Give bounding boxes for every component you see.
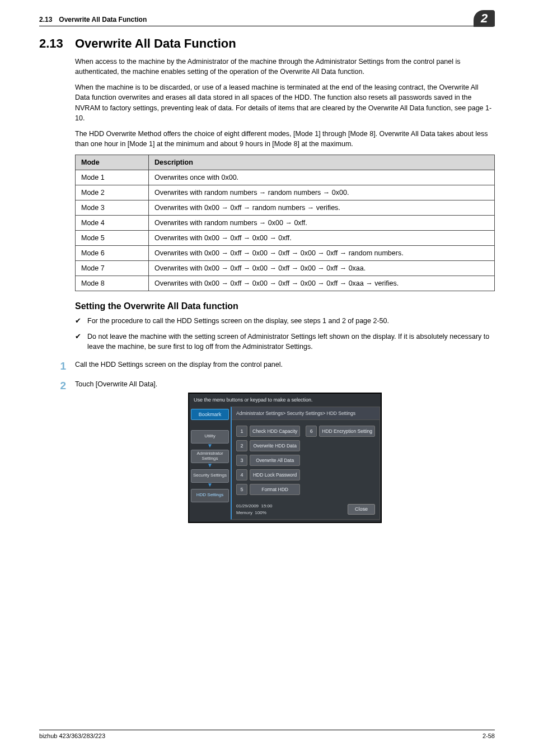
status-memory-value: 100%: [255, 510, 266, 515]
chapter-badge: 2: [474, 10, 495, 27]
cell-mode: Mode 1: [76, 170, 149, 185]
device-screenshot: Use the menu buttons or keypad to make a…: [188, 393, 382, 524]
menu-item-format-hdd[interactable]: 5Format HDD: [236, 484, 300, 495]
paragraph: The HDD Overwrite Method offers the choi…: [75, 129, 495, 149]
cell-desc: Overwrites with 0x00 → 0xff → 0x00 → 0xf…: [149, 276, 495, 291]
sidebar-item-utility[interactable]: Utility: [191, 430, 229, 444]
menu-item-number: 2: [236, 440, 247, 451]
sidebar-item-admin-settings[interactable]: Administrator Settings: [191, 450, 229, 463]
step-text: Touch [Overwrite All Data].: [75, 380, 157, 388]
step-item: 1 Call the HDD Settings screen on the di…: [75, 360, 495, 370]
cell-mode: Mode 5: [76, 231, 149, 246]
cell-desc: Overwrites with random numbers → random …: [149, 185, 495, 200]
close-button[interactable]: Close: [348, 504, 375, 515]
cell-desc: Overwrites once with 0x00.: [149, 170, 495, 185]
step-text: Call the HDD Settings screen on the disp…: [75, 361, 283, 368]
ui-instruction: Use the menu buttons or keypad to make a…: [189, 394, 381, 405]
ui-main-panel: Administrator Settings> Security Setting…: [231, 407, 380, 520]
cell-desc: Overwrites with 0x00 → 0xff → 0x00 → 0xf…: [149, 246, 495, 261]
cell-desc: Overwrites with 0x00 → 0xff → random num…: [149, 200, 495, 216]
page-footer: bizhub 423/363/283/223 2-58: [39, 730, 495, 739]
menu-item-number: 1: [236, 426, 247, 437]
chevron-down-icon: ▼: [207, 483, 213, 487]
running-header: 2.13 Overwrite All Data Function: [39, 16, 495, 26]
table-row: Mode 2Overwrites with random numbers → r…: [76, 185, 495, 200]
step-number: 2: [39, 378, 66, 394]
menu-item-number: 3: [236, 455, 247, 466]
menu-item-number: 5: [236, 484, 247, 495]
table-row: Mode 4Overwrites with random numbers → 0…: [76, 216, 495, 231]
cell-mode: Mode 7: [76, 261, 149, 276]
menu-item-label: Overwrite All Data: [250, 455, 300, 466]
table-row: Mode 5Overwrites with 0x00 → 0xff → 0x00…: [76, 231, 495, 246]
list-item: Do not leave the machine with the settin…: [75, 332, 495, 352]
table-head-desc: Description: [149, 155, 495, 170]
menu-item-label: Format HDD: [250, 484, 300, 495]
section-title: 2.13Overwrite All Data Function: [39, 36, 495, 51]
step-item: 2 Touch [Overwrite All Data]. Use the me…: [75, 379, 495, 524]
sidebar-item-hdd-settings[interactable]: HDD Settings: [191, 489, 229, 502]
table-row: Mode 1Overwrites once with 0x00.: [76, 170, 495, 185]
cell-mode: Mode 8: [76, 276, 149, 291]
list-item: For the procedure to call the HDD Settin…: [75, 316, 495, 326]
footer-page-number: 2-58: [483, 732, 495, 739]
cell-desc: Overwrites with 0x00 → 0xff → 0x00 → 0xf…: [149, 231, 495, 246]
step-number: 1: [39, 358, 66, 374]
menu-item-hdd-encryption-setting[interactable]: 6HDD Encryption Setting: [306, 426, 375, 437]
status-time: 15:00: [261, 503, 273, 508]
cell-desc: Overwrites with random numbers → 0x00 → …: [149, 216, 495, 231]
chevron-down-icon: ▼: [207, 464, 213, 467]
bookmark-button[interactable]: Bookmark: [191, 409, 229, 420]
menu-item-number: 4: [236, 469, 247, 480]
prerequisite-list: For the procedure to call the HDD Settin…: [75, 316, 495, 352]
paragraph: When access to the machine by the Admini…: [75, 57, 495, 77]
ui-status-bar: 01/29/2009 15:00 Memory 100% Close: [232, 501, 380, 519]
table-row: Mode 6Overwrites with 0x00 → 0xff → 0x00…: [76, 246, 495, 261]
menu-item-label: Overwrite HDD Data: [250, 440, 300, 451]
menu-item-check-hdd-capacity[interactable]: 1Check HDD Capacity: [236, 426, 300, 437]
sidebar-item-security-settings[interactable]: Security Settings: [191, 469, 229, 483]
cell-mode: Mode 6: [76, 246, 149, 261]
table-row: Mode 7Overwrites with 0x00 → 0xff → 0x00…: [76, 261, 495, 276]
status-memory-label: Memory: [236, 510, 252, 515]
cell-mode: Mode 2: [76, 185, 149, 200]
step-list: 1 Call the HDD Settings screen on the di…: [75, 360, 495, 523]
chevron-down-icon: ▼: [207, 444, 213, 447]
section-title-text: Overwrite All Data Function: [75, 36, 236, 50]
menu-item-label: Check HDD Capacity: [250, 426, 300, 437]
cell-mode: Mode 4: [76, 216, 149, 231]
status-date: 01/29/2009: [236, 503, 259, 508]
menu-item-overwrite-hdd-data[interactable]: 2Overwrite HDD Data: [236, 440, 300, 451]
menu-item-hdd-lock-password[interactable]: 4HDD Lock Password: [236, 469, 300, 480]
menu-item-number: 6: [306, 426, 317, 437]
table-row: Mode 8Overwrites with 0x00 → 0xff → 0x00…: [76, 276, 495, 291]
menu-item-label: HDD Encryption Setting: [319, 426, 375, 437]
modes-table: Mode Description Mode 1Overwrites once w…: [75, 155, 495, 291]
cell-desc: Overwrites with 0x00 → 0xff → 0x00 → 0xf…: [149, 261, 495, 276]
subheading: Setting the Overwrite All Data function: [75, 301, 495, 311]
section-number: 2.13: [39, 36, 75, 51]
footer-model: bizhub 423/363/283/223: [39, 732, 105, 739]
table-row: Mode 3Overwrites with 0x00 → 0xff → rand…: [76, 200, 495, 216]
ui-breadcrumb: Administrator Settings> Security Setting…: [232, 407, 380, 420]
table-head-mode: Mode: [76, 155, 149, 170]
paragraph: When the machine is to be discarded, or …: [75, 82, 495, 123]
menu-item-overwrite-all-data[interactable]: 3Overwrite All Data: [236, 455, 300, 466]
cell-mode: Mode 3: [76, 200, 149, 216]
menu-item-label: HDD Lock Password: [250, 469, 300, 480]
ui-sidebar: Bookmark Utility ▼ Administrator Setting…: [189, 405, 231, 522]
